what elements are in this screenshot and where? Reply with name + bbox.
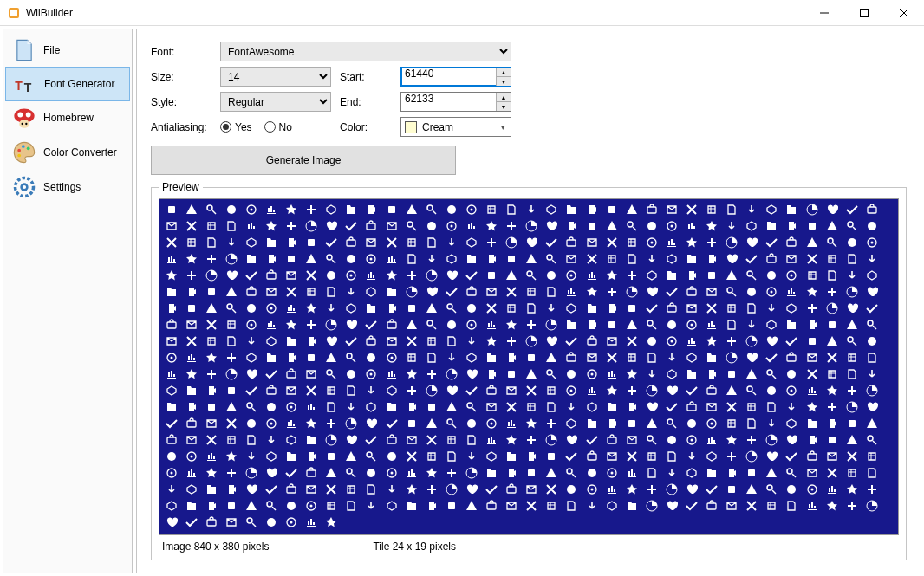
glyph [522, 217, 542, 234]
aa-yes-radio[interactable]: Yes [220, 121, 252, 133]
glyph [441, 333, 461, 349]
glyph [822, 283, 842, 300]
color-select[interactable]: Cream [400, 117, 511, 137]
glyph [641, 316, 661, 333]
svg-point-64 [327, 255, 332, 260]
aa-no-radio[interactable]: No [264, 121, 292, 133]
close-button[interactable] [884, 0, 924, 26]
glyph [361, 448, 381, 464]
glyph [161, 366, 181, 382]
glyph [822, 464, 842, 481]
glyph [522, 398, 542, 415]
sidebar-item-file[interactable]: File [3, 33, 132, 68]
glyph [842, 316, 862, 333]
glyph [461, 415, 481, 431]
glyph [302, 316, 322, 333]
glyph [722, 415, 742, 431]
svg-rect-258 [707, 503, 716, 509]
svg-rect-200 [167, 437, 176, 443]
glyph [681, 398, 701, 415]
glyph [842, 497, 862, 514]
svg-point-17 [17, 154, 21, 158]
glyph [762, 333, 782, 349]
start-label: Start: [340, 71, 392, 83]
sidebar-item-color-converter[interactable]: Color Converter [3, 135, 132, 170]
sidebar-item-homebrew[interactable]: Homebrew [3, 100, 132, 135]
glyph [602, 431, 621, 448]
sidebar-item-settings[interactable]: Settings [3, 170, 132, 204]
glyph [802, 382, 822, 398]
glyph [641, 234, 661, 250]
glyph [282, 398, 302, 415]
glyph [641, 333, 661, 349]
generate-image-button[interactable]: Generate Image [151, 146, 456, 175]
glyph [582, 316, 602, 333]
svg-point-173 [791, 389, 793, 392]
glyph [842, 234, 862, 250]
glyph [842, 300, 862, 316]
svg-point-115 [447, 320, 456, 329]
glyph [822, 267, 842, 283]
glyph [702, 448, 722, 464]
glyph [522, 481, 542, 497]
minimize-button[interactable] [804, 0, 844, 26]
glyph [241, 250, 261, 267]
glyph [201, 300, 221, 316]
size-select[interactable]: 14 [220, 67, 331, 87]
glyph [401, 217, 421, 234]
glyph [621, 316, 641, 333]
glyph [842, 217, 862, 234]
glyph [201, 448, 221, 464]
end-spinner[interactable]: 62133 ▲▼ [400, 92, 511, 112]
glyph [681, 267, 701, 283]
glyph [322, 382, 342, 398]
glyph [621, 234, 641, 250]
glyph [641, 250, 661, 267]
glyph [502, 201, 522, 217]
glyph [421, 481, 441, 497]
spin-up-icon[interactable]: ▲ [497, 68, 511, 77]
glyph [322, 415, 342, 431]
color-label: Color: [340, 121, 392, 133]
sidebar: File TT Font Generator Homebrew Color Co… [3, 29, 133, 573]
spin-down-icon[interactable]: ▼ [497, 102, 511, 111]
glyph [562, 398, 582, 415]
glyph [641, 481, 661, 497]
svg-point-20 [23, 185, 26, 189]
glyph [742, 283, 762, 300]
svg-rect-245 [728, 486, 735, 493]
glyph [461, 316, 481, 333]
glyph [722, 267, 742, 283]
main-panel: Font: FontAwesome Size: 14 Start: 61440 … [136, 29, 921, 573]
glyph [282, 497, 302, 514]
glyph [241, 217, 261, 234]
glyph [742, 431, 762, 448]
glyph [261, 464, 281, 481]
glyph [742, 448, 762, 464]
spin-up-icon[interactable]: ▲ [497, 93, 511, 102]
glyph [722, 333, 742, 349]
glyph [161, 514, 181, 530]
glyph [782, 481, 802, 497]
glyph [641, 349, 661, 366]
glyph [681, 448, 701, 464]
maximize-button[interactable] [844, 0, 884, 26]
style-select[interactable]: Regular [220, 92, 331, 112]
glyph [542, 431, 562, 448]
glyph [782, 333, 802, 349]
svg-point-81 [570, 274, 573, 276]
svg-point-251 [267, 502, 272, 507]
glyph [661, 382, 681, 398]
glyph [302, 481, 322, 497]
glyph [742, 464, 762, 481]
glyph [502, 481, 522, 497]
start-spinner[interactable]: 61440 ▲▼ [400, 67, 511, 87]
svg-text:T: T [15, 79, 23, 93]
sidebar-item-font-generator[interactable]: TT Font Generator [5, 67, 130, 101]
font-select[interactable]: FontAwesome [220, 42, 511, 61]
glyph [482, 464, 502, 481]
spin-down-icon[interactable]: ▼ [497, 77, 511, 86]
glyph [702, 497, 722, 514]
svg-point-105 [467, 304, 476, 313]
glyph [361, 217, 381, 234]
